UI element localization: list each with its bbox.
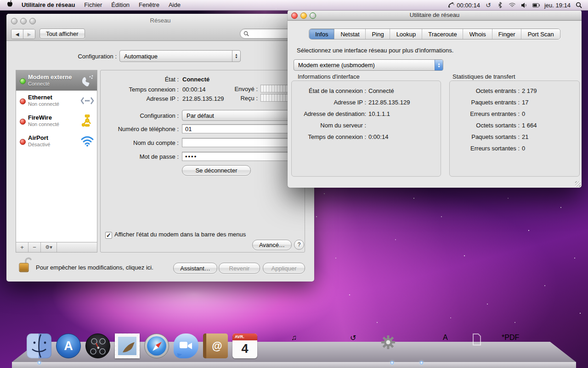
info-row: Adresse de destination:10.1.1.1	[292, 110, 441, 117]
advanced-button[interactable]: Avancé…	[252, 240, 292, 250]
phone-number-label: Numéro de téléphone :	[101, 126, 179, 132]
dock-shelf-front	[12, 362, 576, 368]
dock-dashboard-icon[interactable]	[85, 334, 110, 358]
info-row: Nom du serveur :	[292, 122, 441, 129]
dock-iphoto-icon[interactable]	[262, 334, 287, 358]
tab-whois[interactable]: Whois	[464, 29, 492, 39]
resize-grip[interactable]	[575, 181, 581, 187]
tab-port-scan[interactable]: Port Scan	[522, 29, 560, 39]
phone-number-field[interactable]	[182, 124, 300, 133]
service-ethernet[interactable]: Ethernet Non connecté	[16, 91, 97, 111]
document-glyph	[472, 334, 481, 345]
bluetooth-menu-icon[interactable]	[497, 1, 504, 9]
interface-popup[interactable]: Modem externe (usbmodem) ▲▼	[294, 59, 443, 71]
dock-items: A @ AVR. 4 ♫	[27, 334, 556, 358]
account-name-field[interactable]	[182, 138, 300, 147]
dock-photo-booth-icon[interactable]	[321, 334, 345, 358]
service-actions-gear-button[interactable]: ⚙▾	[41, 242, 57, 252]
menu-fichier[interactable]: Fichier	[79, 0, 107, 10]
lock-icon[interactable]	[18, 256, 32, 276]
network-utility-window: Utilitaire de réseau Infos Netstat Ping …	[288, 10, 582, 188]
dock-finder-icon[interactable]	[27, 334, 51, 358]
time-machine-menu-icon[interactable]: ↺	[485, 1, 492, 9]
help-button[interactable]: ?	[294, 240, 304, 250]
stamp-image	[118, 337, 136, 355]
dock-mail-icon[interactable]	[115, 334, 140, 358]
dock-ichat-icon[interactable]	[174, 334, 198, 358]
dock-ical-icon[interactable]: AVR. 4	[232, 334, 257, 358]
dock-network-utility-icon[interactable]	[409, 334, 434, 358]
remove-service-button[interactable]: −	[28, 242, 41, 252]
stat-row: Paquets sortants :21	[450, 133, 579, 140]
stat-row: Paquets entrants :17	[450, 99, 579, 106]
state-label: État :	[101, 76, 179, 83]
stat-row: Erreurs sortantes :0	[450, 145, 579, 152]
sent-label: Envoyé :	[216, 86, 258, 92]
dock-system-preferences-icon[interactable]	[379, 334, 404, 358]
time-machine-clock: ↺	[350, 334, 375, 342]
stat-row: Octets sortants :1 664	[450, 122, 579, 129]
transfer-stats-box: Octets entrants :2 179 Paquets entrants …	[449, 80, 580, 177]
forward-button[interactable]: ▶	[23, 29, 35, 39]
back-button[interactable]: ◀	[11, 29, 23, 39]
assistant-button[interactable]: Assistant…	[173, 263, 217, 274]
network-prefs-titlebar[interactable]: Réseau ◀ ▶ Tout afficher	[6, 14, 314, 41]
tab-finger[interactable]: Finger	[492, 29, 522, 39]
menu-edition[interactable]: Édition	[107, 0, 134, 10]
status-dot-red	[20, 98, 26, 104]
menu-bar-status-area: 00:00:14 ↺ jeu. 19:14	[447, 1, 588, 9]
menu-bar: Utilitaire de réseau Fichier Édition Fen…	[0, 0, 588, 11]
service-firewire[interactable]: FireWire Non connecté	[16, 111, 97, 131]
menu-aide[interactable]: Aide	[164, 0, 185, 10]
dock-itunes-icon[interactable]: ♫	[291, 334, 316, 358]
dock-time-machine-icon[interactable]: ↺	[350, 334, 375, 358]
disconnect-button[interactable]: Se déconnecter	[182, 165, 251, 176]
tab-ping[interactable]: Ping	[366, 29, 390, 39]
apple-menu[interactable]	[6, 0, 17, 11]
dock-applications-folder[interactable]: A	[443, 334, 468, 358]
service-airport[interactable]: AirPort Désactivé	[16, 131, 97, 151]
show-modem-status-checkbox[interactable]: ✓	[105, 232, 112, 239]
password-field[interactable]	[182, 152, 300, 161]
stat-row: Octets entrants :2 179	[450, 87, 579, 94]
menu-fenetre[interactable]: Fenêtre	[134, 0, 164, 10]
running-indicator	[38, 361, 41, 364]
instruction-text: Sélectionnez une interface réseau pour p…	[297, 47, 453, 54]
gear-icon	[379, 334, 397, 351]
service-modem-externe[interactable]: Modem externe Connecté	[16, 70, 97, 91]
menu-clock[interactable]: jeu. 19:14	[544, 2, 571, 9]
tab-traceroute[interactable]: Traceroute	[422, 29, 463, 39]
apple-icon	[6, 0, 13, 7]
add-service-button[interactable]: +	[16, 242, 28, 252]
ical-month: AVR.	[232, 334, 257, 340]
airport-icon	[80, 134, 94, 148]
dock-pdf-document[interactable]: *PDF	[502, 334, 526, 358]
status-dot-red	[20, 139, 26, 145]
dock-app-store-icon[interactable]: A	[56, 334, 81, 358]
dock-address-book-icon[interactable]: @	[203, 334, 228, 358]
battery-menu-icon[interactable]	[532, 1, 540, 9]
location-label: Configuration :	[6, 53, 117, 60]
location-popup[interactable]: Automatique ▲▼	[119, 50, 241, 62]
tab-netstat[interactable]: Netstat	[334, 29, 366, 39]
revert-button[interactable]: Revenir	[219, 263, 260, 274]
dock-safari-icon[interactable]	[144, 334, 169, 358]
dock-documents-folder[interactable]	[472, 334, 497, 358]
modem-status-menu[interactable]: 00:00:14	[447, 1, 480, 9]
modem-timer: 00:00:14	[457, 2, 480, 9]
dock-trash-icon[interactable]	[531, 334, 556, 358]
tab-infos[interactable]: Infos	[309, 29, 334, 39]
phone-modem-icon	[447, 1, 455, 9]
modem-config-popup[interactable]: Par défaut ▲▼	[182, 110, 301, 121]
network-utility-titlebar[interactable]: Utilitaire de réseau	[288, 10, 582, 21]
show-all-button[interactable]: Tout afficher	[40, 29, 85, 39]
pdf-label: *PDF	[502, 334, 526, 342]
tab-lookup[interactable]: Lookup	[390, 29, 423, 39]
volume-menu-icon[interactable]	[520, 1, 528, 9]
finder-face-icon	[27, 334, 51, 358]
airport-menu-icon[interactable]	[509, 1, 516, 9]
spotlight-icon[interactable]	[575, 1, 582, 9]
apply-button[interactable]: Appliquer	[263, 263, 305, 274]
app-menu-title[interactable]: Utilitaire de réseau	[17, 0, 79, 10]
services-list: Modem externe Connecté Ethernet Non conn…	[16, 70, 97, 253]
